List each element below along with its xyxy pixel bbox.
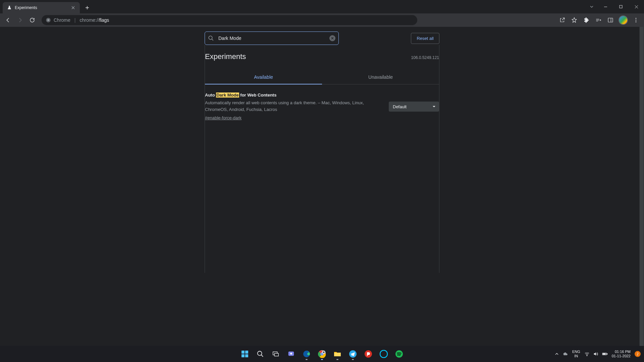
search-input[interactable]	[205, 32, 339, 45]
svg-rect-0	[620, 5, 622, 8]
flag-dropdown[interactable]: Default	[389, 102, 439, 112]
address-bar[interactable]: Chrome | chrome://flags	[42, 15, 417, 25]
svg-point-28	[587, 356, 587, 356]
url-product: Chrome	[54, 17, 70, 23]
onedrive-icon[interactable]	[562, 351, 568, 357]
flag-title: Auto Dark Mode for Web Contents	[205, 93, 382, 98]
volume-icon[interactable]	[593, 351, 598, 357]
clear-search-icon[interactable]	[329, 35, 335, 41]
windows-taskbar: ENG IN 01:16 PM 01-11-2022 2	[0, 346, 644, 362]
browser-titlebar: Experiments	[0, 0, 644, 13]
svg-point-16	[290, 353, 292, 355]
edge-icon[interactable]	[300, 347, 313, 361]
bookmark-icon[interactable]	[569, 15, 580, 25]
flask-icon	[7, 5, 12, 10]
close-window-button[interactable]	[629, 0, 644, 13]
tab-title: Experiments	[15, 5, 68, 10]
chrome-icon	[46, 17, 51, 23]
flags-tabs: Available Unavailable	[205, 70, 439, 84]
flag-title-highlight: Dark Mode	[216, 93, 239, 98]
toolbar-actions	[557, 15, 641, 25]
search-wrap	[205, 32, 339, 45]
telegram-icon[interactable]	[346, 347, 360, 361]
taskbar-center	[238, 347, 406, 361]
url-scheme: chrome://	[79, 17, 99, 23]
tabs-dropdown-icon[interactable]	[586, 0, 598, 13]
flags-header: Reset all	[205, 27, 439, 45]
browser-tab[interactable]: Experiments	[3, 2, 80, 13]
tray-chevron-icon[interactable]	[555, 352, 559, 356]
clock[interactable]: 01:16 PM 01-11-2022	[612, 350, 631, 358]
new-tab-button[interactable]	[83, 3, 92, 12]
battery-icon[interactable]	[602, 351, 608, 357]
url-separator: |	[74, 17, 76, 23]
svg-point-6	[636, 21, 637, 22]
lang-top: ENG	[572, 350, 580, 354]
forward-button[interactable]	[15, 15, 25, 25]
profile-avatar[interactable]	[619, 15, 628, 25]
menu-icon[interactable]	[631, 15, 641, 25]
lang-bottom: IN	[572, 354, 580, 358]
close-tab-icon[interactable]	[70, 5, 76, 10]
tab-available[interactable]: Available	[205, 70, 322, 84]
flag-select-wrap: Default	[389, 102, 439, 112]
svg-point-12	[258, 351, 262, 356]
flag-dropdown-value: Default	[393, 104, 407, 109]
svg-rect-3	[608, 18, 613, 22]
tab-unavailable[interactable]: Unavailable	[322, 70, 439, 84]
svg-point-2	[47, 19, 49, 21]
wifi-icon[interactable]	[584, 351, 590, 357]
version-text: 106.0.5249.121	[411, 55, 439, 60]
extensions-icon[interactable]	[581, 15, 592, 25]
content-area: Experiments 106.0.5249.121 Available Una…	[205, 45, 439, 273]
svg-point-7	[209, 36, 212, 40]
flag-title-post: for Web Contents	[239, 93, 277, 98]
flag-title-pre: Auto	[205, 93, 216, 98]
svg-rect-9	[245, 351, 248, 354]
clock-date: 01-11-2022	[612, 354, 631, 358]
svg-rect-14	[274, 353, 278, 356]
chevron-down-icon	[432, 105, 436, 108]
flag-item: Auto Dark Mode for Web Contents Automati…	[205, 84, 439, 121]
page-content: Reset all Experiments 106.0.5249.121 Ava…	[0, 27, 644, 346]
clock-time: 01:16 PM	[612, 350, 631, 354]
notification-badge[interactable]: 2	[635, 351, 641, 357]
window-controls	[586, 0, 644, 13]
alexa-icon[interactable]	[377, 347, 390, 361]
flag-anchor-link[interactable]: #enable-force-dark	[205, 115, 241, 120]
svg-rect-11	[245, 354, 248, 357]
reset-all-button[interactable]: Reset all	[411, 33, 439, 44]
svg-point-4	[636, 18, 637, 19]
spotify-icon[interactable]	[392, 347, 406, 361]
share-icon[interactable]	[557, 15, 568, 25]
language-indicator[interactable]: ENG IN	[572, 350, 580, 358]
browser-toolbar: Chrome | chrome://flags	[0, 13, 644, 27]
svg-point-5	[636, 20, 637, 21]
system-tray: ENG IN 01:16 PM 01-11-2022 2	[555, 350, 641, 358]
media-control-icon[interactable]	[593, 15, 604, 25]
search-icon	[208, 35, 214, 41]
svg-rect-8	[241, 351, 245, 354]
page-title: Experiments	[205, 52, 246, 61]
minimize-button[interactable]	[598, 0, 613, 13]
svg-rect-31	[603, 354, 605, 355]
side-panel-icon[interactable]	[605, 15, 616, 25]
svg-point-26	[380, 350, 387, 358]
file-explorer-icon[interactable]	[331, 347, 344, 361]
scrollbar[interactable]	[639, 27, 644, 346]
back-button[interactable]	[3, 15, 13, 25]
search-taskbar-icon[interactable]	[254, 347, 267, 361]
maximize-button[interactable]	[613, 0, 629, 13]
task-view-icon[interactable]	[269, 347, 282, 361]
svg-rect-10	[241, 354, 245, 357]
psiphon-icon[interactable]	[362, 347, 375, 361]
reload-button[interactable]	[27, 15, 38, 25]
url-path: flags	[99, 17, 109, 23]
chrome-taskbar-icon[interactable]	[315, 347, 329, 361]
svg-rect-30	[607, 354, 607, 355]
start-icon[interactable]	[238, 347, 252, 361]
svg-point-23	[323, 351, 325, 353]
flag-description: Automatically render all web contents us…	[205, 100, 382, 113]
chat-icon[interactable]	[284, 347, 298, 361]
